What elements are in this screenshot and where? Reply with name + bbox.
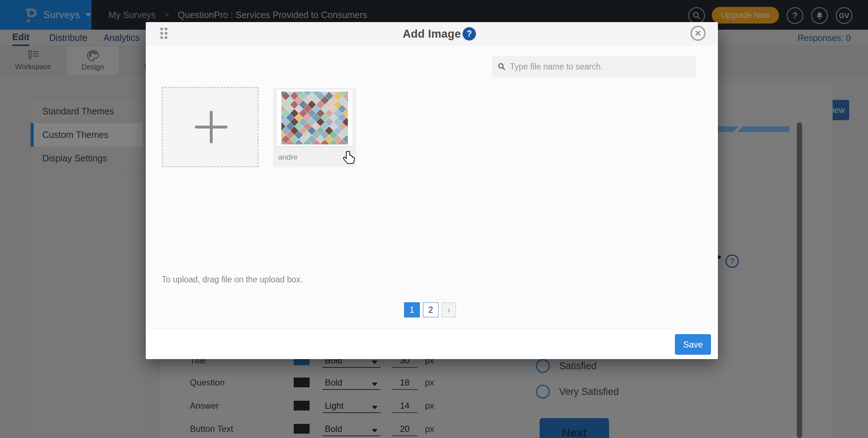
file-search-box (492, 56, 696, 77)
thumbnail-filename: andre (278, 153, 298, 161)
upload-dropzone[interactable] (162, 87, 259, 167)
pagination: 1 2 › (404, 302, 456, 317)
page-button-2[interactable]: 2 (423, 302, 439, 317)
search-icon (498, 63, 506, 71)
app-root: Surveys My Surveys > QuestionPro : Servi… (0, 0, 868, 438)
thumbnail-frame (277, 90, 353, 146)
next-page-button[interactable]: › (442, 302, 456, 317)
modal-title: Add Image (146, 22, 718, 46)
image-thumbnail-card[interactable]: andre (273, 88, 356, 167)
thumbnail-image (281, 92, 348, 144)
add-image-modal: Add Image ? ✕ andre To upload, drag fi (146, 22, 718, 359)
modal-help-icon[interactable]: ? (463, 27, 476, 41)
modal-footer: Save (146, 328, 718, 359)
chevron-right-icon: › (447, 304, 451, 316)
close-glyph: ✕ (694, 29, 701, 38)
modal-help-glyph: ? (467, 29, 472, 39)
page-button-1[interactable]: 1 (404, 302, 420, 317)
plus-icon (210, 111, 213, 143)
file-search-input[interactable] (510, 62, 690, 72)
close-icon[interactable]: ✕ (690, 26, 706, 41)
page-1-label: 1 (410, 305, 414, 315)
page-2-label: 2 (429, 305, 433, 315)
mouse-cursor (342, 150, 357, 165)
save-button[interactable]: Save (675, 334, 711, 355)
upload-hint-text: To upload, drag file on the upload box. (162, 275, 303, 285)
